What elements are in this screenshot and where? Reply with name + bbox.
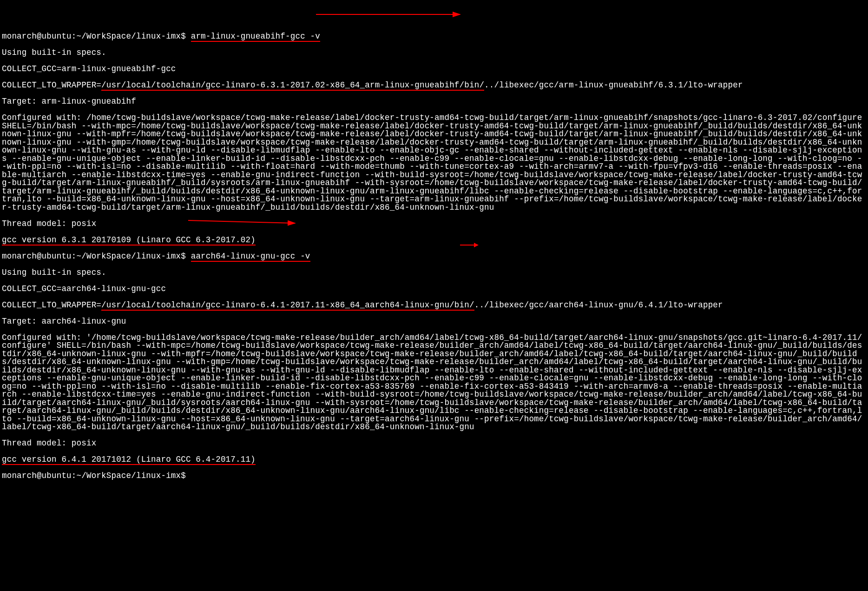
output-target-1: Target: arm-linux-gnueabihf	[2, 98, 866, 106]
cwd: ~/WorkSpace/linux-imx	[77, 252, 181, 261]
user-host: monarch@ubuntu	[2, 252, 72, 261]
output-configured-1: Configured with: /home/tcwg-buildslave/w…	[2, 114, 866, 212]
prompt-line-2[interactable]: monarch@ubuntu:~/WorkSpace/linux-imx$ aa…	[2, 252, 866, 261]
output-version-2: gcc version 6.4.1 20171012 (Linaro GCC 6…	[2, 456, 866, 464]
cwd: ~/WorkSpace/linux-imx	[77, 32, 181, 41]
prompt-line-1[interactable]: monarch@ubuntu:~/WorkSpace/linux-imx$ ar…	[2, 33, 866, 41]
prompt-line-3[interactable]: monarch@ubuntu:~/WorkSpace/linux-imx$	[2, 472, 866, 480]
output-line: COLLECT_LTO_WRAPPER=/usr/local/toolchain…	[2, 301, 866, 310]
cwd: ~/WorkSpace/linux-imx	[77, 471, 181, 480]
output-line: Using built-in specs.	[2, 49, 866, 57]
output-target-2: Target: aarch64-linux-gnu	[2, 318, 866, 326]
output-line: COLLECT_GCC=aarch64-linux-gnu-gcc	[2, 285, 866, 293]
user-host: monarch@ubuntu	[2, 471, 72, 480]
output-version-1: gcc version 6.3.1 20170109 (Linaro GCC 6…	[2, 236, 866, 245]
output-thread-1: Thread model: posix	[2, 220, 866, 228]
output-line: COLLECT_GCC=arm-linux-gnueabihf-gcc	[2, 65, 866, 73]
output-line: COLLECT_LTO_WRAPPER=/usr/local/toolchain…	[2, 81, 866, 90]
user-host: monarch@ubuntu	[2, 32, 72, 41]
command-2: aarch64-linux-gnu-gcc -v	[191, 252, 310, 262]
output-thread-2: Thread model: posix	[2, 439, 866, 448]
output-configured-2: Configured with: '/home/tcwg-buildslave/…	[2, 334, 866, 432]
annotation-arrow-icon	[316, 2, 465, 27]
command-1: arm-linux-gnueabihf-gcc -v	[191, 32, 320, 42]
output-line: Using built-in specs.	[2, 269, 866, 277]
